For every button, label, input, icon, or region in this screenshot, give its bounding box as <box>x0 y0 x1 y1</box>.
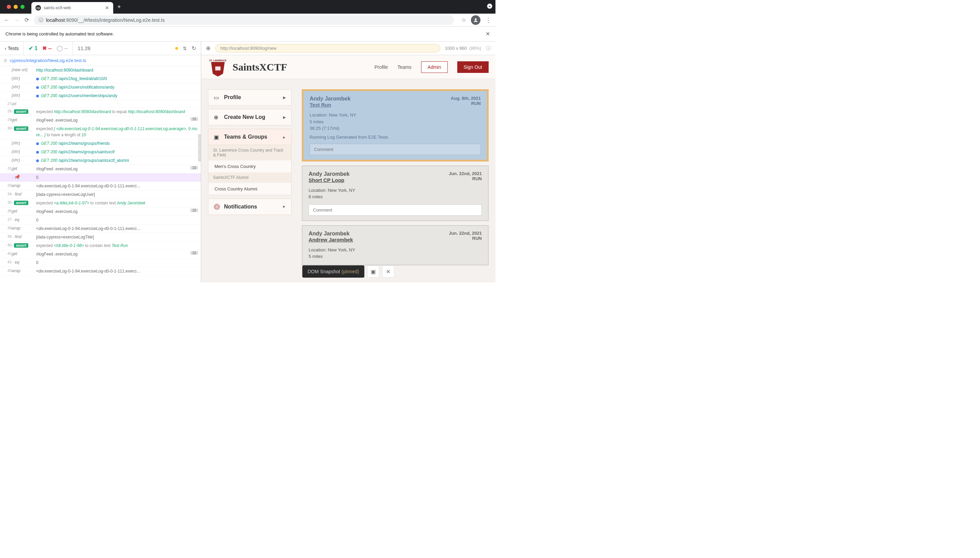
close-window-icon[interactable] <box>7 5 11 9</box>
signout-button[interactable]: Sign Out <box>457 61 489 73</box>
command-message: [data-cypress=exerciseLogTitle] <box>36 234 198 240</box>
reload-button[interactable]: ⟳ <box>25 17 29 23</box>
tests-back-button[interactable]: ‹ Tests <box>0 41 24 55</box>
bookmark-icon[interactable]: ☆ <box>461 17 466 23</box>
nav-teams[interactable]: Teams <box>398 64 412 70</box>
sidebar-notifications[interactable]: 0 Notifications ▼ <box>208 199 292 215</box>
command-row[interactable]: 33wrap<div.exerciseLog-0-1-94.exerciseLo… <box>0 182 201 190</box>
command-name: (xhr) <box>12 84 36 89</box>
command-message: GET 200 /api/v2/teams/groups/friends <box>36 140 198 146</box>
log-title[interactable]: Andrew Jarombek <box>309 237 353 243</box>
close-tab-icon[interactable]: ✕ <box>105 5 109 11</box>
command-row[interactable]: (xhr)GET 200 /api/v2/teams/groups/saints… <box>0 148 201 156</box>
back-button[interactable]: ← <box>4 17 10 23</box>
maximize-window-icon[interactable] <box>20 5 25 9</box>
sidebar-teams-groups[interactable]: ▣ Teams & Groups ▲ <box>208 129 292 145</box>
preview-header: ⊕ http://localhost:8090/log/new 1000 x 6… <box>201 41 496 55</box>
log-title[interactable]: Test Run <box>310 102 351 108</box>
command-name: (new url) <box>12 67 36 72</box>
command-row[interactable]: (xhr)GET 200 /api/v2/users/memberships/a… <box>0 92 201 100</box>
comment-input[interactable] <box>309 204 482 216</box>
chrome-menu-icon[interactable]: ⋮ <box>485 16 491 24</box>
browser-tab[interactable]: cy saints-xctf-web ✕ <box>31 2 113 14</box>
command-message: expected <a.titleLink-0-1-97> to contain… <box>36 200 198 206</box>
team-item-xc-alumni[interactable]: Cross Country Alumni <box>208 182 291 195</box>
log-title[interactable]: Short CP Loop <box>309 177 349 183</box>
app-logo[interactable]: ST. LAWRENCE <box>208 57 228 77</box>
command-row[interactable]: 41get#logFeed .exerciseLog10 <box>0 250 201 259</box>
command-row[interactable]: 35- assertexpected <a.titleLink-0-1-97> … <box>0 199 201 207</box>
sidebar-profile[interactable]: ▭ Profile ▶ <box>208 89 292 106</box>
exercise-log-card[interactable]: Andy Jarombek Short CP Loop Jun. 22nd, 2… <box>302 166 489 221</box>
nav-profile[interactable]: Profile <box>374 64 388 70</box>
command-row[interactable]: (xhr)GET 200 /api/v2/teams/groups/friend… <box>0 140 201 148</box>
command-name: (xhr) <box>12 75 36 81</box>
command-name: get <box>12 208 36 213</box>
profile-avatar-icon[interactable] <box>471 15 481 25</box>
command-row[interactable]: 34- find[data-cypress=exerciseLogUser] <box>0 190 201 199</box>
minimize-window-icon[interactable] <box>14 5 18 9</box>
log-user[interactable]: Andy Jarombek <box>309 231 353 237</box>
svg-text:ST. LAWRENCE: ST. LAWRENCE <box>209 59 227 61</box>
command-row[interactable]: 43wrap<div.exerciseLog-0-1-94.exerciseLo… <box>0 267 201 276</box>
app-title: SaintsXCTF <box>232 61 287 73</box>
sidebar-create-log-label: Create New Log <box>224 114 279 120</box>
command-row[interactable]: 39- find[data-cypress=exerciseLogTitle] <box>0 233 201 241</box>
snapshot-highlight-button[interactable]: ▣ <box>367 265 379 277</box>
command-row[interactable]: 42- eq0 <box>0 259 201 267</box>
log-details: Location: New York, NY 5 miles 36:25 (7:… <box>310 112 481 132</box>
command-row[interactable]: 37- eq0 <box>0 216 201 225</box>
command-row[interactable]: 36get#logFeed .exerciseLog10 <box>0 207 201 216</box>
command-row[interactable]: 38wrap<div.exerciseLog-0-1-94.exerciseLo… <box>0 225 201 233</box>
app-preview-panel: ⊕ http://localhost:8090/log/new 1000 x 6… <box>201 41 496 282</box>
spec-file-path[interactable]: 🗎 cypress/integration/NewLog.e2e.test.ts <box>0 55 201 66</box>
exercise-log-card[interactable]: Andy Jarombek Test Run Aug. 8th, 2021 RU… <box>302 89 489 161</box>
cypress-runner-panel: ‹ Tests ✔ 1 ✖ -- ◯ -- 11.28 ⇅ ↻ 🗎 cypres… <box>0 41 201 282</box>
element-count-badge: 10 <box>190 166 198 170</box>
team-item-mens-xc[interactable]: Men's Cross Country <box>208 160 291 172</box>
sidebar-profile-label: Profile <box>224 94 279 100</box>
command-number: 34 <box>3 192 12 196</box>
preview-url[interactable]: http://localhost:8090/log/new <box>215 44 440 53</box>
command-row[interactable]: 30- assertexpected [ <div.exerciseLog-0-… <box>0 125 201 140</box>
snapshot-close-button[interactable]: ✕ <box>382 265 395 277</box>
chrome-extension-icon[interactable] <box>487 3 493 11</box>
command-row[interactable]: 40- assertexpected <h6.title-0-1-98> to … <box>0 241 201 250</box>
command-row[interactable]: 29get#logFeed .exerciseLog10 <box>0 116 201 125</box>
exercise-log-card[interactable]: Andy Jarombek Andrew Jarombek Jun. 22nd,… <box>302 225 489 265</box>
close-infobar-icon[interactable]: ✕ <box>486 31 490 37</box>
command-message: <div.exerciseLog-0-1-94.exerciseLog-d0-0… <box>36 268 198 274</box>
command-log[interactable]: (new url)http://localhost:8090/dashboard… <box>0 66 201 282</box>
command-row[interactable]: (xhr)GET 200 /api/v2/users/notifications… <box>0 83 201 92</box>
command-number <box>3 149 12 149</box>
address-bar[interactable]: ⓘ localhost:8090/__/#/tests/integration/… <box>34 15 454 25</box>
command-name: (xhr) <box>12 149 36 154</box>
selector-playground-icon[interactable]: ⊕ <box>206 45 211 51</box>
new-tab-button[interactable]: + <box>117 3 121 11</box>
command-name: get <box>12 166 36 171</box>
rerun-button[interactable]: ↻ <box>192 45 196 51</box>
fail-count: ✖ -- <box>42 45 52 51</box>
command-row[interactable]: 📌- eq0 <box>0 173 201 182</box>
id-card-icon: ▭ <box>214 94 220 100</box>
command-message: 0 <box>36 259 198 266</box>
sidebar-teams-label: Teams & Groups <box>224 134 278 140</box>
sidebar-create-log[interactable]: ⊕ Create New Log ▶ <box>208 109 292 125</box>
site-info-icon[interactable]: ⓘ <box>38 17 43 23</box>
command-number: 33 <box>3 183 12 187</box>
command-row[interactable]: (new url)http://localhost:8090/dashboard <box>0 66 201 75</box>
viewport-info-icon[interactable]: ⓘ <box>486 45 491 51</box>
log-user[interactable]: Andy Jarombek <box>309 171 349 177</box>
log-type: RUN <box>449 176 482 181</box>
admin-button[interactable]: Admin <box>421 61 448 73</box>
command-row[interactable]: 27url <box>0 100 201 108</box>
command-row[interactable]: 28- assertexpected http://localhost:8090… <box>0 108 201 116</box>
command-row[interactable]: 31get#logFeed .exerciseLog10 <box>0 165 201 173</box>
forward-button[interactable]: → <box>14 17 20 23</box>
command-row[interactable]: (xhr)GET 200 /api/v2/teams/groups/saints… <box>0 156 201 165</box>
log-user[interactable]: Andy Jarombek <box>310 96 351 102</box>
comment-input[interactable] <box>310 144 481 155</box>
command-message: 0 <box>36 217 198 223</box>
resize-icon[interactable]: ⇅ <box>183 46 187 51</box>
command-row[interactable]: (xhr)GET 200 /api/v2/log_feed/all/all/10… <box>0 75 201 83</box>
